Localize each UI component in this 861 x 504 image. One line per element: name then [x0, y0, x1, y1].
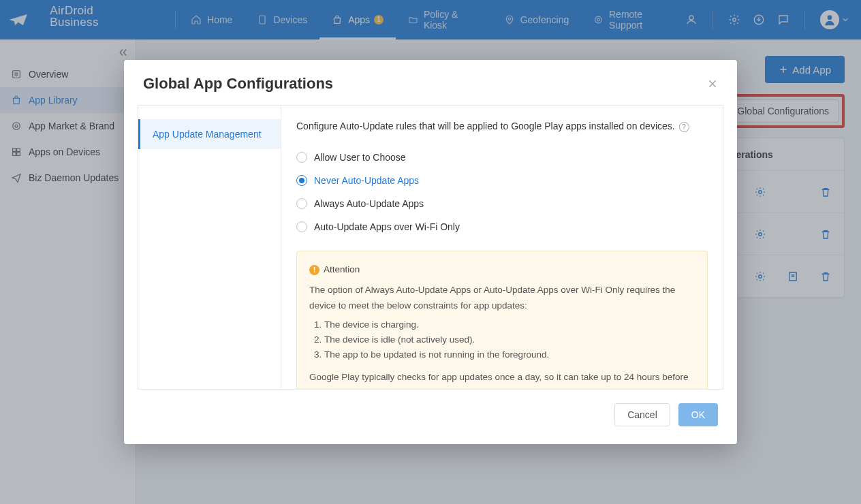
radio-label: Never Auto-Update Apps — [314, 174, 419, 188]
warning-icon: ! — [309, 265, 319, 275]
attention-label: Attention — [324, 262, 360, 277]
radio-icon — [296, 198, 307, 209]
help-icon[interactable]: ? — [679, 122, 689, 132]
constraint-3: The app to be updated is not running in … — [324, 347, 695, 362]
radio-label: Always Auto-Update Apps — [314, 197, 424, 211]
global-app-config-modal: Global App Configurations App Update Man… — [124, 60, 737, 444]
radio-auto-update-wifi[interactable]: Auto-Update Apps over Wi-Fi Only — [296, 215, 708, 238]
config-sidebar: App Update Management — [138, 106, 281, 389]
config-body[interactable]: Configure Auto-Update rules that will be… — [281, 106, 723, 389]
attention-header: ! Attention — [309, 262, 695, 277]
attention-box: ! Attention The option of Always Auto-Up… — [296, 251, 708, 389]
config-description: Configure Auto-Update rules that will be… — [296, 119, 708, 133]
modal-title: Global App Configurations — [143, 75, 333, 93]
radio-icon — [296, 152, 307, 163]
radio-icon — [296, 175, 307, 186]
constraint-1: The device is charging. — [324, 317, 695, 332]
constraint-2: The device is idle (not actively used). — [324, 332, 695, 347]
modal-header: Global App Configurations — [124, 60, 737, 105]
radio-label: Allow User to Choose — [314, 151, 406, 165]
radio-never-auto-update[interactable]: Never Auto-Update Apps — [296, 169, 708, 192]
radio-allow-user-choose[interactable]: Allow User to Choose — [296, 146, 708, 169]
attention-constraints: The device is charging. The device is id… — [309, 317, 695, 363]
modal-overlay: Global App Configurations App Update Man… — [0, 0, 861, 504]
close-icon[interactable] — [707, 78, 718, 89]
radio-label: Auto-Update Apps over Wi-Fi Only — [314, 220, 460, 234]
modal-footer: Cancel OK — [124, 390, 737, 444]
tab-label: App Update Management — [153, 129, 262, 140]
config-container: App Update Management Configure Auto-Upd… — [138, 105, 723, 390]
ok-button[interactable]: OK — [678, 403, 718, 426]
attention-intro: The option of Always Auto-Update Apps or… — [309, 283, 695, 313]
modal-body: App Update Management Configure Auto-Upd… — [124, 105, 737, 390]
attention-outro: Google Play typically checks for app upd… — [309, 370, 695, 389]
tab-app-update-management[interactable]: App Update Management — [138, 119, 281, 149]
radio-always-auto-update[interactable]: Always Auto-Update Apps — [296, 192, 708, 215]
cancel-button[interactable]: Cancel — [614, 403, 670, 426]
radio-icon — [296, 221, 307, 232]
